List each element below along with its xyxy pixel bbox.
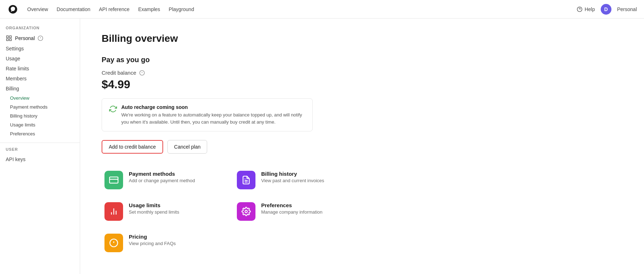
- sidebar-sub-billing-overview[interactable]: Overview: [0, 94, 80, 103]
- preferences-icon: [237, 202, 255, 221]
- svg-rect-4: [10, 39, 11, 41]
- card-usage-limits[interactable]: Usage limits Set monthly spend limits: [102, 199, 227, 224]
- sidebar-item-usage[interactable]: Usage: [0, 54, 80, 64]
- sidebar-sub-payment-methods[interactable]: Payment methods: [0, 103, 80, 111]
- sidebar-item-billing[interactable]: Billing: [0, 84, 80, 94]
- btn-row: Add to credit balance Cancel plan: [102, 140, 381, 154]
- card-desc-pricing: View pricing and FAQs: [129, 241, 176, 246]
- svg-rect-5: [6, 39, 8, 41]
- recharge-content: Auto recharge coming soon We're working …: [121, 104, 305, 125]
- topnav-links: Overview Documentation API reference Exa…: [27, 6, 577, 12]
- card-content-payment: Payment methods Add or change payment me…: [129, 171, 195, 183]
- pricing-icon: [104, 234, 123, 252]
- card-content-prefs: Preferences Manage company information: [261, 202, 322, 215]
- layout: ORGANIZATION Personal Settings Usage Rat…: [0, 19, 644, 274]
- card-desc-payment: Add or change payment method: [129, 178, 195, 183]
- sidebar-sub-billing-history[interactable]: Billing history: [0, 111, 80, 120]
- card-title-prefs: Preferences: [261, 202, 322, 208]
- topnav-link-overview[interactable]: Overview: [27, 6, 48, 12]
- topnav-link-api-ref[interactable]: API reference: [99, 6, 130, 12]
- card-desc-usage: Set monthly spend limits: [129, 209, 179, 215]
- topnav: Overview Documentation API reference Exa…: [0, 0, 644, 19]
- topnav-link-docs[interactable]: Documentation: [57, 6, 90, 12]
- card-content-usage: Usage limits Set monthly spend limits: [129, 202, 179, 215]
- user-section-label: USER: [0, 147, 80, 154]
- sidebar-item-rate-limits[interactable]: Rate limits: [0, 64, 80, 74]
- sidebar-item-settings[interactable]: Settings: [0, 44, 80, 54]
- card-payment-methods[interactable]: Payment methods Add or change payment me…: [102, 168, 227, 192]
- logo[interactable]: [7, 4, 19, 15]
- sidebar-org[interactable]: Personal: [0, 33, 80, 44]
- card-preferences[interactable]: Preferences Manage company information: [234, 199, 359, 224]
- card-content-billing: Billing history View past and current in…: [261, 171, 324, 183]
- sidebar-item-members[interactable]: Members: [0, 74, 80, 84]
- card-pricing[interactable]: Pricing View pricing and FAQs: [102, 231, 227, 255]
- card-billing-history[interactable]: Billing history View past and current in…: [234, 168, 359, 192]
- credit-amount: $4.99: [102, 78, 381, 91]
- svg-rect-3: [10, 36, 11, 38]
- sidebar: ORGANIZATION Personal Settings Usage Rat…: [0, 19, 80, 274]
- card-title-payment: Payment methods: [129, 171, 195, 177]
- sidebar-sub-usage-limits[interactable]: Usage limits: [0, 120, 80, 129]
- card-title-usage: Usage limits: [129, 202, 179, 208]
- help-label: Help: [585, 6, 595, 12]
- payment-methods-icon: [104, 171, 123, 189]
- svg-rect-2: [6, 36, 8, 38]
- sidebar-divider: [0, 143, 80, 143]
- recharge-text: We're working on a feature to automatica…: [121, 111, 305, 125]
- billing-history-icon: [237, 171, 255, 189]
- recharge-box: Auto recharge coming soon We're working …: [102, 98, 313, 131]
- page-title: Billing overview: [102, 33, 381, 44]
- main-content: Billing overview Pay as you go Credit ba…: [80, 19, 402, 274]
- cancel-plan-button[interactable]: Cancel plan: [167, 140, 208, 154]
- org-name: Personal: [15, 35, 35, 41]
- card-desc-prefs: Manage company information: [261, 209, 322, 215]
- topnav-link-examples[interactable]: Examples: [138, 6, 160, 12]
- topnav-link-playground[interactable]: Playground: [169, 6, 194, 12]
- user-name[interactable]: Personal: [617, 6, 637, 12]
- help-button[interactable]: Help: [577, 6, 595, 12]
- cards-grid: Payment methods Add or change payment me…: [102, 168, 359, 255]
- recharge-title: Auto recharge coming soon: [121, 104, 305, 110]
- card-desc-billing: View past and current invoices: [261, 178, 324, 183]
- card-content-pricing: Pricing View pricing and FAQs: [129, 234, 176, 246]
- topnav-right: Help D Personal: [577, 4, 637, 15]
- plan-label: Pay as you go: [102, 56, 381, 64]
- usage-limits-icon: [104, 202, 123, 221]
- org-section-label: ORGANIZATION: [0, 26, 80, 33]
- card-title-pricing: Pricing: [129, 234, 176, 240]
- svg-point-19: [245, 210, 248, 213]
- svg-rect-12: [109, 177, 118, 183]
- sidebar-sub-preferences[interactable]: Preferences: [0, 129, 80, 138]
- avatar[interactable]: D: [601, 4, 611, 15]
- card-title-billing: Billing history: [261, 171, 324, 177]
- add-credit-button[interactable]: Add to credit balance: [102, 140, 163, 154]
- credit-balance-label: Credit balance: [102, 70, 381, 76]
- sidebar-item-api-keys[interactable]: API keys: [0, 154, 80, 164]
